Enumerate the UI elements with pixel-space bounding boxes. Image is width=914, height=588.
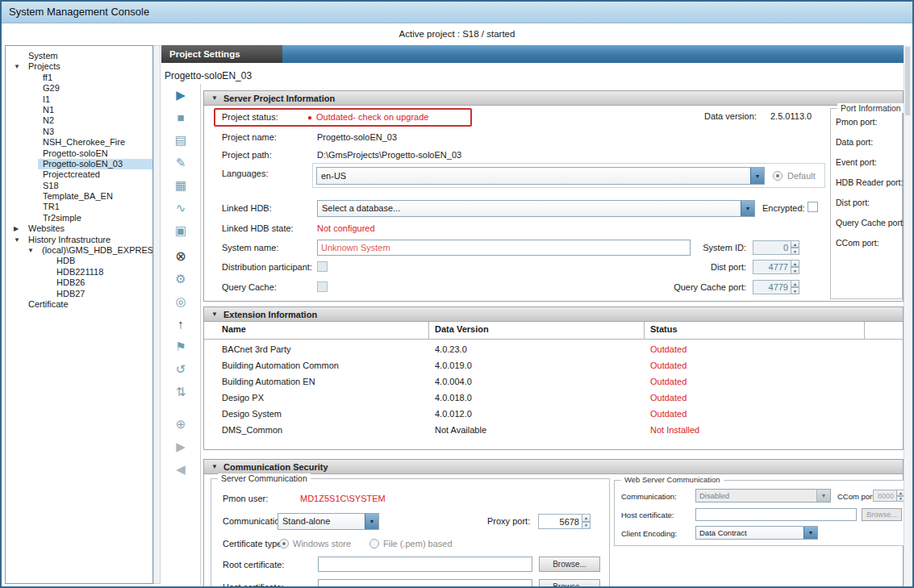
play-icon[interactable]: ▶: [161, 84, 200, 106]
dist-port-stepper[interactable]: [753, 260, 791, 274]
column-header-status[interactable]: Status: [650, 324, 678, 334]
chevron-down-icon[interactable]: [750, 168, 764, 184]
tree-item-tr1[interactable]: TR1: [6, 202, 152, 212]
dist-port-input[interactable]: [753, 260, 791, 274]
tree-item-progetto-soloen[interactable]: Progetto-soloEN: [6, 148, 152, 159]
web-communication-dropdown[interactable]: Disabled: [695, 489, 831, 503]
windows-store-radio[interactable]: [279, 539, 289, 548]
communication-dropdown[interactable]: Stand-alone: [278, 513, 379, 530]
tree-item-projectcreated[interactable]: Projectcreated: [6, 169, 152, 180]
system-name-input[interactable]: [317, 240, 691, 256]
section-header[interactable]: Communication Security: [204, 460, 903, 474]
tree-item-n2[interactable]: N2: [6, 115, 152, 126]
ccom-port-stepper[interactable]: [873, 490, 897, 502]
tree-item-n1[interactable]: N1: [6, 105, 152, 115]
collapse-arrow-icon[interactable]: [27, 245, 34, 256]
query-cache-port-stepper[interactable]: [753, 280, 791, 294]
system-id-stepper[interactable]: [753, 240, 791, 255]
scrollbar-thumb[interactable]: [905, 47, 910, 115]
languages-dropdown[interactable]: en-US: [316, 167, 765, 185]
tree-item-hdb221118[interactable]: HDB221118: [6, 267, 152, 277]
collapse-arrow-icon[interactable]: [211, 307, 218, 322]
tree-item-n3[interactable]: N3: [6, 127, 152, 137]
column-header-version[interactable]: Data Version: [435, 324, 489, 334]
column-separator[interactable]: [644, 322, 645, 339]
tree-item-ff1[interactable]: ff1: [6, 73, 152, 83]
tree-item-progetto-soloen-03-selected[interactable]: Progetto-soloEN_03: [6, 159, 152, 169]
tab-project-settings[interactable]: Project Settings: [161, 45, 282, 63]
spin-up-icon[interactable]: [791, 260, 799, 267]
stop-icon[interactable]: ■: [161, 106, 200, 129]
client-encoding-dropdown[interactable]: Data Contract: [695, 526, 818, 540]
spin-down-icon[interactable]: [791, 267, 799, 274]
collapse-arrow-icon[interactable]: [211, 460, 218, 474]
main-scrollbar[interactable]: [904, 45, 911, 585]
tree-item-s18[interactable]: S18: [6, 181, 152, 191]
proxy-port-stepper[interactable]: [538, 514, 582, 529]
tree-item-hdb26[interactable]: HDB26: [6, 277, 152, 288]
encrypted-checkbox[interactable]: [808, 202, 818, 212]
section-header[interactable]: Extension Information: [204, 307, 903, 322]
upgrade-icon[interactable]: ↑: [161, 313, 200, 336]
add-icon[interactable]: ⊕: [161, 413, 200, 436]
column-header-name[interactable]: Name: [222, 324, 246, 334]
query-cache-checkbox[interactable]: [317, 281, 328, 292]
gear-icon[interactable]: ⚙: [161, 268, 200, 290]
tree-item-nsh-cherokee-fire[interactable]: NSH_Cherokee_Fire: [6, 137, 152, 148]
document-icon[interactable]: ▤: [161, 129, 200, 152]
default-language-radio[interactable]: [773, 171, 783, 181]
column-separator[interactable]: [864, 322, 865, 339]
edit-icon[interactable]: ✎: [161, 152, 200, 174]
expand-arrow-icon[interactable]: [14, 223, 19, 234]
sidebar-scrollbar[interactable]: [153, 45, 161, 584]
chevron-down-icon[interactable]: [803, 527, 817, 539]
tree-item-history-infrastructure[interactable]: History Infrastructure: [6, 235, 152, 245]
spin-down-icon[interactable]: [791, 248, 799, 255]
system-id-input[interactable]: [753, 240, 791, 255]
spin-down-icon[interactable]: [582, 522, 591, 530]
chevron-down-icon[interactable]: [365, 514, 378, 529]
monitor-icon[interactable]: ▦: [161, 174, 200, 197]
host-certificate-input[interactable]: [318, 579, 532, 588]
tree-item-i1[interactable]: I1: [6, 94, 152, 105]
tree-item-websites[interactable]: Websites: [6, 223, 152, 234]
notification-icon[interactable]: ⚑: [161, 336, 200, 358]
tree-item-local-gms-hdb-express[interactable]: (local)\GMS_HDB_EXPRESS: [6, 245, 152, 256]
tree-item-hdb27[interactable]: HDB27: [6, 289, 152, 299]
chevron-down-icon[interactable]: [816, 490, 830, 502]
spin-up-icon[interactable]: [582, 514, 591, 522]
query-cache-port-input[interactable]: [753, 280, 791, 294]
spin-up-icon[interactable]: [791, 240, 799, 248]
ccom-port-input[interactable]: [873, 490, 897, 502]
file-pem-radio[interactable]: [369, 539, 379, 548]
save-icon[interactable]: ▣: [161, 219, 200, 242]
collapse-arrow-icon[interactable]: [211, 91, 218, 106]
tree-item-g29[interactable]: G29: [6, 83, 152, 94]
tree-item-tr2simple[interactable]: Tr2simple: [6, 213, 152, 223]
collapse-arrow-icon[interactable]: [14, 61, 20, 72]
spin-up-icon[interactable]: [791, 280, 799, 287]
cancel-icon[interactable]: ⊗: [161, 245, 200, 268]
web-host-certificate-input[interactable]: [695, 508, 857, 521]
column-separator[interactable]: [428, 322, 429, 339]
proxy-port-input[interactable]: [538, 514, 582, 529]
tree-item-projects[interactable]: Projects: [6, 61, 152, 72]
root-certificate-browse-button[interactable]: Browse...: [539, 557, 600, 572]
tree-item-hdb[interactable]: HDB: [6, 256, 152, 266]
tree-item-certificate[interactable]: Certificate: [6, 299, 152, 310]
section-header[interactable]: Server Project Information: [204, 91, 903, 106]
chart-icon[interactable]: ∿: [161, 197, 200, 219]
transfer-icon[interactable]: ⇅: [161, 381, 200, 403]
spin-down-icon[interactable]: [791, 287, 799, 294]
root-certificate-input[interactable]: [318, 557, 532, 572]
web-host-certificate-browse-button[interactable]: Browse...: [862, 508, 902, 521]
host-certificate-browse-button[interactable]: Browse...: [539, 579, 600, 588]
linked-hdb-dropdown[interactable]: Select a database...: [317, 200, 755, 217]
collapse-arrow-icon[interactable]: [14, 235, 20, 245]
chevron-down-icon[interactable]: [741, 201, 754, 216]
tree-item-system[interactable]: System: [6, 51, 152, 61]
tree-item-template-ba-en[interactable]: Template_BA_EN: [6, 191, 152, 202]
forward-icon[interactable]: ▶: [161, 436, 200, 458]
back-icon[interactable]: ◀: [161, 458, 200, 481]
restore-icon[interactable]: ↺: [161, 358, 200, 381]
